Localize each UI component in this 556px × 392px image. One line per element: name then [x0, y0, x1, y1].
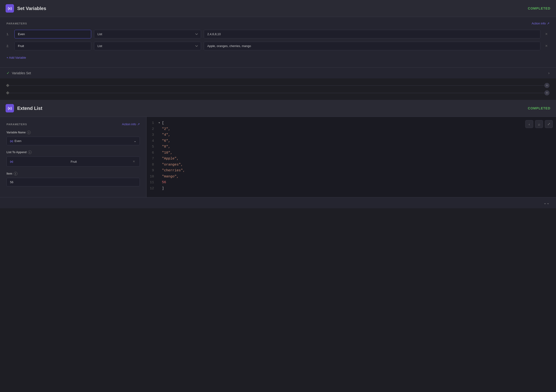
item-info-icon[interactable]: i [14, 172, 17, 175]
connector-diamond-1 [6, 84, 9, 87]
extend-list-bottom-bar: ⌄⌄ [0, 197, 556, 208]
clear-list-append-button[interactable]: × [131, 159, 136, 164]
vars-set-label: ✓ Variables Set [7, 71, 31, 75]
list-to-append-info-icon[interactable]: i [28, 150, 32, 154]
json-code-view: 1▾[2 "2",3 "4",4 "6",5 "8",6 "10",7 "App… [147, 117, 556, 195]
line-content: ] [162, 186, 164, 192]
variable-name-info-icon[interactable]: i [27, 131, 31, 134]
json-expand-button[interactable]: ⤢ [545, 120, 553, 128]
variable-type-select-1[interactable]: List String Number [94, 30, 201, 39]
json-line: 5 "8", [147, 144, 556, 150]
line-content: "2", [162, 126, 170, 132]
line-content: "10", [162, 150, 172, 156]
line-content: "4", [162, 132, 170, 138]
extend-list-header: (x) Extend List COMPLETED [0, 100, 556, 117]
collapse-chevron-icon[interactable]: › [548, 71, 549, 75]
variable-name-tag: (x) Even [10, 139, 21, 143]
connector-line-2: + [0, 89, 556, 97]
row-num-1: 1. [7, 32, 12, 36]
json-line: 4 "6", [147, 138, 556, 144]
line-number: 9 [147, 168, 158, 174]
variable-tag-icon-2: (x) [10, 160, 69, 163]
json-line: 2 "2", [147, 126, 556, 132]
variable-value-input-2[interactable] [204, 42, 541, 50]
set-variables-status: COMPLETED [528, 7, 550, 10]
line-content: "8", [162, 144, 170, 150]
set-variables-block: (x) Set Variables COMPLETED PARAMETERS A… [0, 0, 556, 78]
json-line: 10 "mango", [147, 174, 556, 180]
json-output-panel: ‹ ⌕ ⤢ 1▾[2 "2",3 "4",4 "6",5 "8",6 "10",… [147, 117, 556, 197]
variable-tag-icon-1: (x) [10, 140, 13, 142]
variable-value-input-1[interactable] [204, 30, 541, 39]
add-variable-button[interactable]: + Add Variable [7, 55, 26, 61]
line-content: "cherries", [162, 168, 185, 174]
line-content: 56 [162, 180, 166, 186]
connector-line-h-1 [9, 86, 544, 86]
extend-list-icon: (x) [6, 104, 14, 112]
item-input[interactable] [7, 178, 140, 187]
json-toolbar: ‹ ⌕ ⤢ [525, 120, 553, 128]
set-variables-action-info-link[interactable]: Action info ↗ [532, 22, 549, 25]
add-node-button-2[interactable]: + [544, 90, 549, 95]
variable-row-1: 1. List String Number × [7, 30, 549, 39]
line-number: 7 [147, 156, 158, 162]
dropdown-chevron-icon-1: ⌄ [134, 139, 136, 143]
variable-row-2: 2. List String Number × [7, 42, 549, 50]
connector-line-1: + [0, 82, 556, 89]
json-search-button[interactable]: ⌕ [535, 120, 543, 128]
variable-type-select-2[interactable]: List String Number [94, 42, 201, 50]
variable-name-select[interactable]: (x) Even ⌄ [7, 137, 140, 145]
line-content: "oranges", [162, 162, 183, 168]
line-number: 11 [147, 180, 158, 186]
json-line: 8 "oranges", [147, 162, 556, 168]
connector-area: + + [0, 78, 556, 100]
list-to-append-value-row: (x) Fruit × [7, 157, 140, 167]
line-number: 3 [147, 132, 158, 138]
external-link-icon: ↗ [547, 22, 549, 25]
line-number: 8 [147, 162, 158, 168]
line-number: 6 [147, 150, 158, 156]
extend-list-status: COMPLETED [528, 106, 550, 110]
connector-diamond-2 [6, 91, 9, 94]
line-content: "mango", [162, 174, 179, 180]
variable-name-label: Variable Name i [7, 131, 140, 134]
item-field-group: Item i [7, 172, 140, 187]
extend-list-block: (x) Extend List COMPLETED PARAMETERS Act… [0, 100, 556, 208]
set-variables-title: Set Variables [17, 6, 528, 11]
set-variables-header: (x) Set Variables COMPLETED [0, 0, 556, 17]
extend-list-action-info-link[interactable]: Action info ↗ [122, 122, 140, 126]
json-back-button[interactable]: ‹ [525, 120, 533, 128]
extend-list-left-panel: PARAMETERS Action info ↗ Variable Name i… [0, 117, 147, 197]
vars-set-footer: ✓ Variables Set › [0, 67, 556, 78]
json-line: 1▾[ [147, 120, 556, 126]
line-number: 10 [147, 174, 158, 180]
line-content: [ [162, 120, 164, 126]
extend-list-params-label: PARAMETERS [7, 123, 27, 126]
variable-name-field-group: Variable Name i (x) Even ⌄ [7, 131, 140, 145]
line-number: 12 [147, 186, 158, 192]
variable-name-input-2[interactable] [15, 42, 91, 50]
line-number: 5 [147, 144, 158, 150]
line-number: 2 [147, 126, 158, 132]
connector-line-h-2 [9, 93, 544, 93]
line-number: 1 [147, 120, 158, 126]
list-to-append-label: List To Append i [7, 150, 140, 154]
add-node-button-1[interactable]: + [544, 83, 549, 88]
bottom-collapse-chevron-icon[interactable]: ⌄⌄ [543, 201, 549, 205]
item-label: Item i [7, 172, 140, 175]
check-icon: ✓ [7, 71, 9, 75]
remove-variable-button-2[interactable]: × [543, 43, 549, 49]
json-line: 11 56 [147, 180, 556, 186]
variable-name-input-1[interactable] [15, 30, 91, 39]
json-line: 9 "cherries", [147, 168, 556, 174]
line-content: "6", [162, 138, 170, 144]
remove-variable-button-1[interactable]: × [543, 31, 549, 38]
set-variables-params-label: PARAMETERS [7, 22, 27, 25]
json-line: 6 "10", [147, 150, 556, 156]
list-to-append-field-group: List To Append i (x) Fruit × [7, 150, 140, 167]
json-line: 12] [147, 186, 556, 192]
json-line: 3 "4", [147, 132, 556, 138]
extend-list-title: Extend List [17, 106, 528, 111]
line-expand-icon[interactable]: ▾ [158, 120, 162, 126]
set-variables-params-header: PARAMETERS Action info ↗ [7, 22, 549, 25]
